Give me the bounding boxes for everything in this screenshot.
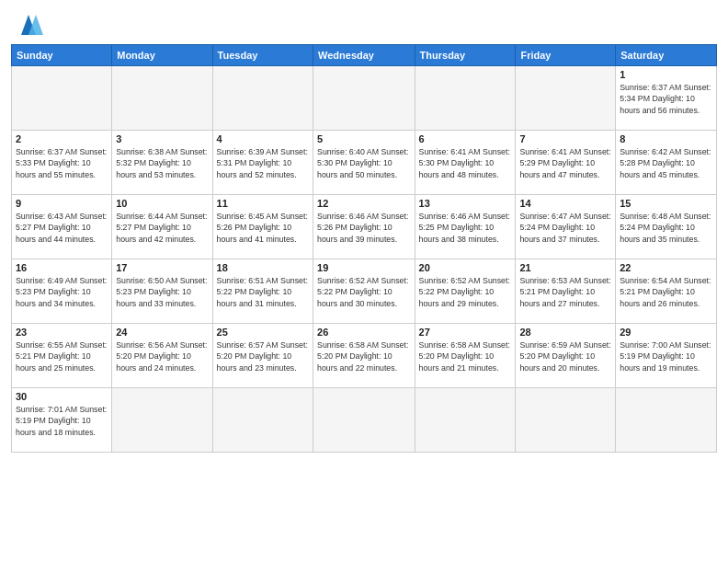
day-number: 9 <box>16 198 108 209</box>
day-number: 18 <box>217 262 309 273</box>
calendar-cell: 23Sunrise: 6:55 AM Sunset: 5:21 PM Dayli… <box>12 324 112 388</box>
calendar-cell <box>415 388 516 453</box>
day-info: Sunrise: 6:43 AM Sunset: 5:27 PM Dayligh… <box>16 211 108 245</box>
calendar-cell <box>112 66 212 131</box>
day-info: Sunrise: 6:37 AM Sunset: 5:33 PM Dayligh… <box>16 146 108 180</box>
day-number: 6 <box>419 133 512 144</box>
weekday-saturday: Saturday <box>616 45 717 66</box>
day-number: 17 <box>116 262 208 273</box>
calendar-cell: 1Sunrise: 6:37 AM Sunset: 5:34 PM Daylig… <box>616 66 717 131</box>
day-info: Sunrise: 6:41 AM Sunset: 5:30 PM Dayligh… <box>419 146 512 180</box>
calendar-cell: 14Sunrise: 6:47 AM Sunset: 5:24 PM Dayli… <box>516 195 616 259</box>
calendar-cell: 10Sunrise: 6:44 AM Sunset: 5:27 PM Dayli… <box>112 195 212 259</box>
day-info: Sunrise: 6:58 AM Sunset: 5:20 PM Dayligh… <box>419 339 512 373</box>
day-info: Sunrise: 6:52 AM Sunset: 5:22 PM Dayligh… <box>419 275 512 309</box>
day-info: Sunrise: 6:57 AM Sunset: 5:20 PM Dayligh… <box>217 339 309 373</box>
calendar-cell: 22Sunrise: 6:54 AM Sunset: 5:21 PM Dayli… <box>616 259 717 324</box>
calendar-cell <box>516 66 616 131</box>
logo-icon <box>14 9 43 39</box>
calendar-cell: 7Sunrise: 6:41 AM Sunset: 5:29 PM Daylig… <box>516 131 616 195</box>
calendar-cell: 4Sunrise: 6:39 AM Sunset: 5:31 PM Daylig… <box>212 131 313 195</box>
calendar-week-row: 1Sunrise: 6:37 AM Sunset: 5:34 PM Daylig… <box>12 66 717 131</box>
day-number: 22 <box>620 262 712 273</box>
day-number: 15 <box>620 198 712 209</box>
day-info: Sunrise: 7:00 AM Sunset: 5:19 PM Dayligh… <box>620 339 712 373</box>
day-number: 7 <box>519 133 611 144</box>
day-number: 12 <box>317 198 411 209</box>
calendar-cell <box>616 388 717 453</box>
calendar-cell: 5Sunrise: 6:40 AM Sunset: 5:30 PM Daylig… <box>313 131 415 195</box>
weekday-wednesday: Wednesday <box>313 45 415 66</box>
day-info: Sunrise: 6:44 AM Sunset: 5:27 PM Dayligh… <box>116 211 208 245</box>
day-info: Sunrise: 6:41 AM Sunset: 5:29 PM Dayligh… <box>519 146 611 180</box>
day-number: 14 <box>519 198 611 209</box>
calendar-cell: 29Sunrise: 7:00 AM Sunset: 5:19 PM Dayli… <box>616 324 717 388</box>
calendar-cell <box>415 66 516 131</box>
day-number: 5 <box>317 133 411 144</box>
weekday-monday: Monday <box>112 45 212 66</box>
day-info: Sunrise: 6:40 AM Sunset: 5:30 PM Dayligh… <box>317 146 411 180</box>
day-info: Sunrise: 6:56 AM Sunset: 5:20 PM Dayligh… <box>116 339 208 373</box>
day-info: Sunrise: 6:37 AM Sunset: 5:34 PM Dayligh… <box>620 82 712 116</box>
day-number: 28 <box>519 327 611 338</box>
weekday-sunday: Sunday <box>12 45 112 66</box>
calendar-table: SundayMondayTuesdayWednesdayThursdayFrid… <box>11 44 717 453</box>
calendar-week-row: 2Sunrise: 6:37 AM Sunset: 5:33 PM Daylig… <box>12 131 717 195</box>
calendar-cell <box>212 388 313 453</box>
day-info: Sunrise: 6:50 AM Sunset: 5:23 PM Dayligh… <box>116 275 208 309</box>
day-number: 3 <box>116 133 208 144</box>
day-number: 16 <box>16 262 108 273</box>
day-number: 27 <box>419 327 512 338</box>
header <box>11 9 717 39</box>
day-number: 11 <box>217 198 309 209</box>
calendar-cell: 15Sunrise: 6:48 AM Sunset: 5:24 PM Dayli… <box>616 195 717 259</box>
day-number: 1 <box>620 69 712 80</box>
day-info: Sunrise: 6:55 AM Sunset: 5:21 PM Dayligh… <box>16 339 108 373</box>
calendar-cell <box>12 66 112 131</box>
day-info: Sunrise: 6:39 AM Sunset: 5:31 PM Dayligh… <box>217 146 309 180</box>
logo <box>11 13 43 39</box>
day-info: Sunrise: 6:54 AM Sunset: 5:21 PM Dayligh… <box>620 275 712 309</box>
day-number: 2 <box>16 133 108 144</box>
calendar-cell: 21Sunrise: 6:53 AM Sunset: 5:21 PM Dayli… <box>516 259 616 324</box>
day-info: Sunrise: 6:47 AM Sunset: 5:24 PM Dayligh… <box>519 211 611 245</box>
calendar-week-row: 9Sunrise: 6:43 AM Sunset: 5:27 PM Daylig… <box>12 195 717 259</box>
day-info: Sunrise: 6:52 AM Sunset: 5:22 PM Dayligh… <box>317 275 411 309</box>
calendar-cell: 30Sunrise: 7:01 AM Sunset: 5:19 PM Dayli… <box>12 388 112 453</box>
day-number: 20 <box>419 262 512 273</box>
calendar-cell <box>212 66 313 131</box>
calendar-cell <box>313 388 415 453</box>
day-number: 19 <box>317 262 411 273</box>
weekday-friday: Friday <box>516 45 616 66</box>
weekday-header-row: SundayMondayTuesdayWednesdayThursdayFrid… <box>12 45 717 66</box>
day-info: Sunrise: 6:58 AM Sunset: 5:20 PM Dayligh… <box>317 339 411 373</box>
day-number: 4 <box>217 133 309 144</box>
calendar-cell: 25Sunrise: 6:57 AM Sunset: 5:20 PM Dayli… <box>212 324 313 388</box>
calendar-cell: 16Sunrise: 6:49 AM Sunset: 5:23 PM Dayli… <box>12 259 112 324</box>
day-number: 29 <box>620 327 712 338</box>
day-number: 25 <box>217 327 309 338</box>
calendar-week-row: 23Sunrise: 6:55 AM Sunset: 5:21 PM Dayli… <box>12 324 717 388</box>
weekday-thursday: Thursday <box>415 45 516 66</box>
day-number: 10 <box>116 198 208 209</box>
calendar-cell: 18Sunrise: 6:51 AM Sunset: 5:22 PM Dayli… <box>212 259 313 324</box>
calendar-week-row: 16Sunrise: 6:49 AM Sunset: 5:23 PM Dayli… <box>12 259 717 324</box>
day-info: Sunrise: 6:48 AM Sunset: 5:24 PM Dayligh… <box>620 211 712 245</box>
calendar-cell <box>516 388 616 453</box>
day-info: Sunrise: 7:01 AM Sunset: 5:19 PM Dayligh… <box>16 404 108 438</box>
day-info: Sunrise: 6:46 AM Sunset: 5:25 PM Dayligh… <box>419 211 512 245</box>
calendar-cell: 24Sunrise: 6:56 AM Sunset: 5:20 PM Dayli… <box>112 324 212 388</box>
day-info: Sunrise: 6:53 AM Sunset: 5:21 PM Dayligh… <box>519 275 611 309</box>
calendar-cell: 3Sunrise: 6:38 AM Sunset: 5:32 PM Daylig… <box>112 131 212 195</box>
calendar-cell: 19Sunrise: 6:52 AM Sunset: 5:22 PM Dayli… <box>313 259 415 324</box>
calendar-cell: 8Sunrise: 6:42 AM Sunset: 5:28 PM Daylig… <box>616 131 717 195</box>
day-number: 24 <box>116 327 208 338</box>
day-info: Sunrise: 6:49 AM Sunset: 5:23 PM Dayligh… <box>16 275 108 309</box>
day-info: Sunrise: 6:42 AM Sunset: 5:28 PM Dayligh… <box>620 146 712 180</box>
calendar-cell: 20Sunrise: 6:52 AM Sunset: 5:22 PM Dayli… <box>415 259 516 324</box>
day-number: 30 <box>16 391 108 402</box>
day-info: Sunrise: 6:38 AM Sunset: 5:32 PM Dayligh… <box>116 146 208 180</box>
weekday-tuesday: Tuesday <box>212 45 313 66</box>
calendar-cell: 6Sunrise: 6:41 AM Sunset: 5:30 PM Daylig… <box>415 131 516 195</box>
day-number: 21 <box>519 262 611 273</box>
